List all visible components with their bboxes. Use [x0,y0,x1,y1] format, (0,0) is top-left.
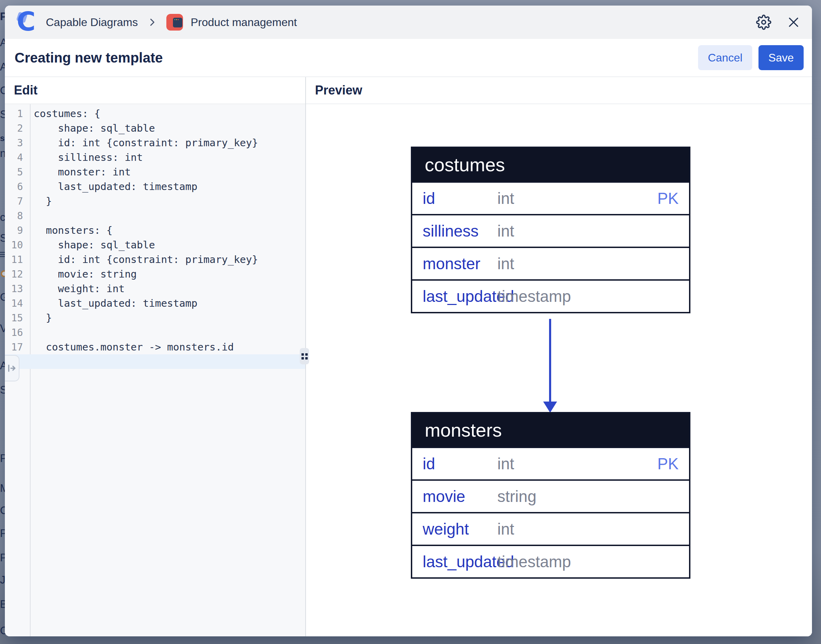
line-number: 11 [5,254,23,265]
line-number: 16 [5,327,23,338]
preview-pane-label: Preview [315,83,362,98]
current-line-highlight[interactable] [5,354,305,369]
sql-table-costumes[interactable]: costumes idintPK sillinessint monsterint… [411,147,691,313]
sql-table-monsters[interactable]: monsters idintPK moviestring weightint l… [411,412,691,579]
pane-resize-handle[interactable] [300,348,309,364]
bg-fragment: Pr [0,552,5,564]
line-number: 10 [5,239,23,251]
code-line[interactable]: 5 monster: int [5,165,305,179]
line-number: 5 [5,166,23,178]
table-row: last_updatedtimestamp [412,545,689,577]
code-line[interactable]: 10 shape: sql_table [5,238,305,252]
preview-pane-header: Preview [306,77,812,104]
bg-fragment: By [0,598,5,611]
bg-fragment: Pr [0,11,5,23]
close-icon[interactable] [786,14,801,30]
table-row: sillinessint [412,214,689,247]
line-number: 7 [5,196,23,207]
product-management-icon [166,14,183,31]
edit-pane-header: Edit [5,77,305,104]
code-line[interactable]: 2 shape: sql_table [5,121,305,135]
modal-titlebar: Creating new template Cancel Save [5,39,812,77]
modal-topbar: C Capable Diagrams Product management [5,6,812,39]
save-button[interactable]: Save [758,45,804,70]
bg-fragment: Ge [0,291,5,304]
code-line[interactable]: 14 last_updated: timestamp [5,296,305,311]
background-app-strip: Pr Al An Ce Sp sh nc co Se Ge Vi Ar Se P… [0,0,5,644]
bg-fragment: co [0,211,5,224]
diagram-canvas[interactable]: costumes idintPK sillinessint monsterint… [306,104,812,636]
code-line[interactable]: 16 [5,325,305,340]
line-number: 14 [5,298,23,309]
line-number: 2 [5,123,23,134]
cancel-button[interactable]: Cancel [698,45,752,70]
bg-fragment: Ca [0,624,5,637]
bg-fragment: Se [0,232,5,245]
table-header: monsters [412,413,689,447]
line-number: 9 [5,225,23,236]
bg-fragment: M [0,482,5,495]
code-line[interactable]: 7 } [5,194,305,209]
table-row: weightint [412,512,689,545]
bg-fragment: Pr [0,527,5,540]
page-title: Creating new template [15,50,163,66]
line-number: 3 [5,137,23,149]
bg-fragment: Cl [0,504,5,517]
bg-fragment: Sp [0,108,5,121]
new-template-modal: C Capable Diagrams Product management [5,6,812,636]
table-row: idintPK [412,181,689,214]
capable-diagrams-logo-icon: C [17,11,38,33]
code-line[interactable]: 17 costumes.monster -> monsters.id [5,340,305,354]
code-line[interactable]: 1costumes: { [5,106,305,121]
bg-fragment: Ar [0,359,5,372]
edit-preview-split: Edit 1costumes: { 2 shape: sql_table 3 i… [5,77,812,636]
bg-fragment: Vi [0,322,5,335]
code-line[interactable]: 12 movie: string [5,267,305,281]
code-line[interactable]: 6 last_updated: timestamp [5,179,305,194]
relationship-arrow [549,319,551,402]
table-row: last_updatedtimestamp [412,279,689,312]
bg-fragment: Pr [0,452,5,465]
code-line[interactable]: 15 } [5,311,305,325]
preview-pane: Preview costumes idintPK sillinessint mo… [306,77,812,636]
code-editor[interactable]: 1costumes: { 2 shape: sql_table 3 id: in… [5,104,305,636]
bg-fragment: Al [0,37,5,49]
line-number: 4 [5,152,23,163]
breadcrumb-page-name[interactable]: Product management [191,16,297,29]
primary-key-badge: PK [657,189,679,208]
table-row: monsterint [412,247,689,279]
bg-fragment: An [0,61,5,73]
line-number: 15 [5,312,23,324]
primary-key-badge: PK [657,454,679,473]
settings-gear-icon[interactable] [756,14,772,30]
line-number: 17 [5,342,23,353]
bg-fragment: Ce [0,84,5,97]
code-line[interactable]: 3 id: int {constraint: primary_key} [5,135,305,150]
code-line[interactable]: 13 weight: int [5,281,305,296]
line-number: 13 [5,283,23,294]
code-line[interactable]: 8 [5,209,305,223]
breadcrumb-app-name[interactable]: Capable Diagrams [46,16,138,29]
bg-fragment: sh [0,133,5,143]
code-line[interactable]: 9 monsters: { [5,223,305,238]
edit-pane-label: Edit [14,83,38,98]
table-row: idintPK [412,447,689,479]
bg-fragment: Se [0,384,5,396]
table-row: moviestring [412,479,689,512]
collapse-editor-button[interactable] [5,355,20,382]
bar-arrow-right-icon [7,363,17,373]
bg-fragment: Jl [0,574,5,586]
line-number: 1 [5,108,23,120]
relationship-arrowhead-icon [543,402,557,412]
edit-pane: Edit 1costumes: { 2 shape: sql_table 3 i… [5,77,306,636]
line-number: 6 [5,181,23,192]
code-line[interactable]: 4 silliness: int [5,150,305,165]
line-number: 12 [5,268,23,280]
bg-waves-icon [0,251,5,258]
table-header: costumes [412,148,689,181]
chevron-right-icon [147,17,157,28]
code-line[interactable]: 11 id: int {constraint: primary_key} [5,252,305,267]
bg-fragment: nc [0,147,5,160]
line-number: 8 [5,210,23,222]
